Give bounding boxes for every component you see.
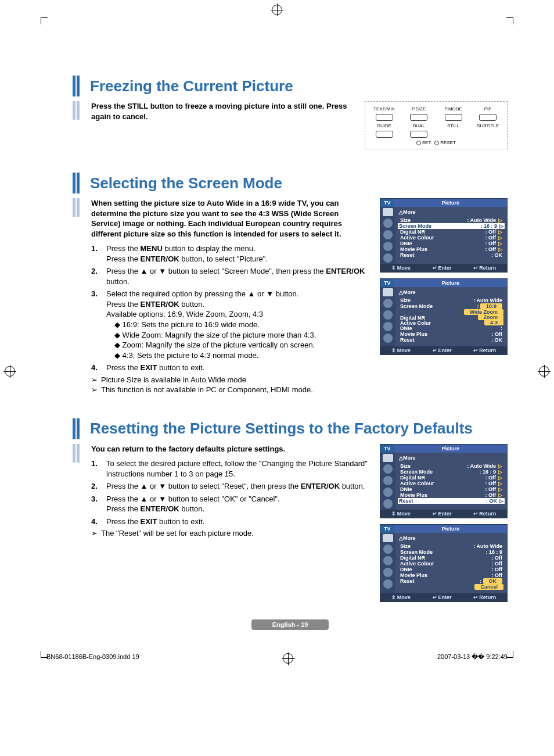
osd-more: △More: [399, 289, 503, 295]
osd-tab-tv: TV: [380, 279, 394, 287]
osd-row-screenmode: Screen Mode: 16 : 9: [399, 549, 503, 555]
osd-row-reset-selected: Reset: OK▷: [398, 498, 505, 504]
indent-accent-bars: [73, 444, 80, 463]
remote-label-textmix: TEXT/MIX: [369, 106, 400, 112]
section-accent-bars: [73, 173, 80, 194]
osd-row-screenmode: Screen Mode: 16:9: [399, 303, 503, 309]
note-icon: ➢: [91, 375, 98, 385]
registration-mark-bottom: [283, 653, 293, 664]
osd-row-screenmode-selected: Screen Mode: 16 : 9▷: [398, 223, 505, 229]
remote-button-guide: [376, 131, 393, 138]
osd-opt-ok: OK: [483, 578, 503, 584]
option-zoom: ◆ Zoom: Magnify the size of the picture …: [114, 340, 316, 350]
osd-row-size: Size: Auto Wide▷: [399, 463, 503, 469]
osd-picture-menu-3: TVPicture △More Size: Auto Wide▷ Screen …: [380, 444, 508, 518]
intro-reset: You can return to the factory defaults p…: [91, 444, 368, 454]
footer-date: 2007-03-13 �� 9:22:49: [437, 653, 508, 664]
remote-illustration: TEXT/MIX P.SIZE P.MODE PIP GUIDE DUAL ST…: [365, 101, 508, 149]
osd-row-digitalnr: Digital NR: Off▷: [399, 475, 503, 481]
remote-button-textmix: [376, 114, 393, 121]
osd-row-dnie: DNIe:: [399, 325, 503, 331]
section-accent-bars: [73, 418, 80, 439]
footer-docid: BN68-01186B-Eng-0309.indd 19: [46, 653, 139, 664]
osd-row-activecolour: Active Colour: Off▷: [399, 481, 503, 486]
section-accent-bars: [73, 76, 80, 96]
osd-row-reset: Reset: OK: [399, 337, 503, 343]
note-2: ➢This function is not available in PC or…: [91, 385, 368, 395]
remote-label-dual: DUAL: [403, 123, 434, 128]
osd-row-movieplus: Movie Plus: Off▷: [399, 492, 503, 498]
remote-label-guide: GUIDE: [369, 123, 400, 128]
osd-row-size: Size: Auto Wide▷: [399, 217, 503, 223]
remote-label-set: SET: [416, 140, 431, 145]
remote-label-subtitle: SUBTITLE: [472, 123, 503, 128]
osd-icon-strip: [380, 533, 395, 593]
osd-row-size: Size: Auto Wide: [399, 298, 503, 303]
indent-accent-bars: [73, 198, 80, 217]
osd-more: △More: [399, 209, 503, 215]
remote-button-pmode: [445, 114, 462, 121]
remote-label-still: STILL: [438, 123, 469, 128]
osd-footer: ⇕ Move ↵ Enter ↩ Return: [380, 510, 507, 518]
remote-button-dual: [410, 131, 427, 138]
osd-opt-169: 16:9: [480, 303, 502, 309]
osd-footer: ⇕ Move ↵ Enter ↩ Return: [380, 593, 507, 601]
step-3: 3. Select the required option by pressin…: [91, 289, 368, 360]
osd-opt-cancel: Cancel: [474, 584, 503, 590]
remote-label-psize: P.SIZE: [403, 106, 434, 112]
step-4: 4.Press the EXIT button to exit.: [91, 517, 368, 527]
osd-row-movieplus: Movie Plus: Off▷: [399, 246, 503, 252]
step-4: 4. Press the EXIT button to exit.: [91, 363, 368, 373]
intro-freezing: Press the STILL button to freeze a movin…: [91, 101, 353, 121]
note-icon: ➢: [91, 385, 98, 395]
option-43: ◆ 4:3: Sets the picture to 4:3 normal mo…: [114, 350, 316, 361]
osd-row-movieplus: Movie Plus: Off: [399, 572, 503, 578]
step-2: 2. Press the ▲ or ▼ button to select "Sc…: [91, 266, 368, 286]
remote-button-psize: [410, 114, 427, 121]
osd-icon-strip: [380, 287, 395, 346]
osd-row-movieplus: Movie Plus: Off: [399, 331, 503, 337]
option-widezoom: ◆ Wide Zoom: Magnify the size of the pic…: [114, 330, 316, 341]
osd-title: Picture: [394, 279, 507, 287]
osd-footer: ⇕ Move ↵ Enter ↩ Return: [380, 264, 507, 272]
osd-picture-menu-4: TVPicture △More Size: Auto Wide Screen M…: [380, 524, 508, 602]
osd-row-reset: Reset: OK: [399, 578, 503, 584]
osd-icon-strip: [380, 453, 395, 510]
page-number-pill: English - 19: [251, 619, 329, 630]
osd-row-screenmode: Screen Mode: 16 : 9▷: [399, 469, 503, 475]
step-2: 2.Press the ▲ or ▼ button to select "Res…: [91, 481, 368, 492]
heading-reset: Resetting the Picture Settings to the Fa…: [90, 420, 473, 438]
step-1: 1. Press the MENU button to display the …: [91, 243, 368, 264]
note-1: ➢Picture Size is available in Auto Wide …: [91, 375, 368, 385]
osd-row-dnie: DNIe: Off▷: [399, 241, 503, 246]
intro-selecting: When setting the picture size to Auto Wi…: [91, 198, 368, 239]
osd-row-digitalnr: Digital NR: Off▷: [399, 229, 503, 235]
osd-title: Picture: [394, 199, 507, 207]
osd-row-activecolour: Active Colour: Off▷: [399, 235, 503, 241]
step-1: 1.To select the desired picture effect, …: [91, 458, 368, 479]
osd-row-size: Size: Auto Wide: [399, 543, 503, 549]
remote-label-pmode: P.MODE: [438, 106, 469, 112]
osd-row-dnie: DNIe: Off▷: [399, 486, 503, 492]
osd-more: △More: [399, 535, 503, 541]
osd-tab-tv: TV: [380, 445, 394, 453]
remote-button-pip: [479, 114, 497, 121]
osd-more: △More: [399, 455, 503, 461]
heading-freezing: Freezing the Current Picture: [90, 77, 293, 95]
osd-row-reset: Reset: OK: [399, 252, 503, 258]
note-1: ➢The "Reset" will be set for each pictur…: [91, 529, 368, 539]
option-169: ◆ 16:9: Sets the picture to 16:9 wide mo…: [114, 320, 316, 330]
osd-picture-menu-2: TVPicture △More Size: Auto Wide Screen M…: [380, 278, 508, 355]
remote-label-pip: PIP: [472, 106, 503, 112]
osd-row-dnie: DNIe: Off: [399, 567, 503, 572]
osd-tab-tv: TV: [380, 199, 394, 207]
note-icon: ➢: [91, 529, 98, 539]
osd-icon-strip: [380, 207, 395, 264]
osd-footer: ⇕ Move ↵ Enter ↩ Return: [380, 346, 507, 354]
osd-row-digitalnr: Digital NR: Off: [399, 555, 503, 561]
osd-title: Picture: [394, 525, 507, 533]
osd-row-activecolour: Active Colour: Off: [399, 561, 503, 567]
osd-picture-menu-1: TVPicture △More Size: Auto Wide▷ Screen …: [380, 198, 508, 273]
osd-tab-tv: TV: [380, 525, 394, 533]
heading-selecting: Selecting the Screen Mode: [90, 174, 282, 192]
